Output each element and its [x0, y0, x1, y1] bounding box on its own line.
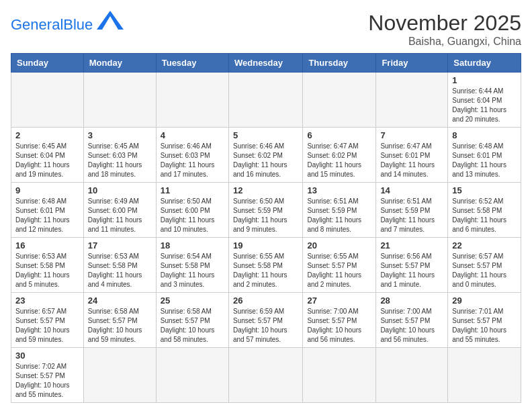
day-info: Sunrise: 6:58 AM Sunset: 5:57 PM Dayligh… — [88, 307, 152, 345]
day-number: 23 — [15, 295, 79, 306]
day-number: 18 — [161, 240, 224, 250]
location: Baisha, Guangxi, China — [368, 36, 521, 48]
calendar-cell: 3Sunrise: 6:45 AM Sunset: 6:03 PM Daylig… — [83, 128, 156, 183]
logo: GeneralBlue — [11, 11, 124, 33]
calendar-cell: 21Sunrise: 6:56 AM Sunset: 5:57 PM Dayli… — [376, 238, 448, 293]
day-info: Sunrise: 6:59 AM Sunset: 5:57 PM Dayligh… — [233, 307, 298, 345]
calendar-cell: 30Sunrise: 7:02 AM Sunset: 5:57 PM Dayli… — [11, 348, 84, 403]
day-header-monday: Monday — [83, 54, 156, 73]
day-number: 17 — [88, 240, 152, 250]
day-number: 4 — [161, 130, 224, 140]
calendar-cell — [228, 348, 302, 403]
day-number: 27 — [307, 295, 371, 306]
calendar-cell — [83, 348, 156, 403]
calendar-cell: 2Sunrise: 6:45 AM Sunset: 6:04 PM Daylig… — [11, 128, 84, 183]
day-info: Sunrise: 6:46 AM Sunset: 6:02 PM Dayligh… — [233, 142, 298, 179]
day-info: Sunrise: 6:47 AM Sunset: 6:02 PM Dayligh… — [307, 142, 371, 179]
day-header-sunday: Sunday — [11, 54, 84, 73]
day-number: 16 — [15, 240, 79, 250]
day-number: 15 — [452, 185, 517, 195]
calendar-cell: 18Sunrise: 6:54 AM Sunset: 5:58 PM Dayli… — [156, 238, 228, 293]
day-info: Sunrise: 6:56 AM Sunset: 5:57 PM Dayligh… — [380, 252, 443, 289]
day-number: 3 — [88, 130, 152, 140]
day-header-friday: Friday — [376, 54, 448, 73]
calendar-cell: 19Sunrise: 6:55 AM Sunset: 5:58 PM Dayli… — [228, 238, 302, 293]
calendar-week-5: 23Sunrise: 6:57 AM Sunset: 5:57 PM Dayli… — [11, 293, 521, 348]
calendar-cell: 26Sunrise: 6:59 AM Sunset: 5:57 PM Dayli… — [228, 293, 302, 348]
day-header-saturday: Saturday — [448, 54, 521, 73]
day-info: Sunrise: 6:57 AM Sunset: 5:57 PM Dayligh… — [15, 307, 79, 345]
day-info: Sunrise: 6:49 AM Sunset: 6:00 PM Dayligh… — [88, 197, 152, 234]
calendar-header-row: SundayMondayTuesdayWednesdayThursdayFrid… — [11, 54, 521, 73]
calendar-cell — [11, 73, 84, 128]
calendar-cell: 6Sunrise: 6:47 AM Sunset: 6:02 PM Daylig… — [303, 128, 376, 183]
day-number: 21 — [380, 240, 443, 250]
calendar-cell: 23Sunrise: 6:57 AM Sunset: 5:57 PM Dayli… — [11, 293, 84, 348]
calendar-week-6: 30Sunrise: 7:02 AM Sunset: 5:57 PM Dayli… — [11, 348, 521, 403]
day-info: Sunrise: 6:46 AM Sunset: 6:03 PM Dayligh… — [161, 142, 224, 179]
day-number: 12 — [233, 185, 298, 195]
day-info: Sunrise: 6:58 AM Sunset: 5:57 PM Dayligh… — [161, 307, 224, 345]
day-info: Sunrise: 6:50 AM Sunset: 5:59 PM Dayligh… — [233, 197, 298, 234]
day-number: 6 — [307, 130, 371, 140]
day-number: 13 — [307, 185, 371, 195]
day-number: 29 — [452, 295, 517, 306]
calendar-cell — [156, 73, 228, 128]
day-info: Sunrise: 6:54 AM Sunset: 5:58 PM Dayligh… — [161, 252, 224, 289]
calendar-week-3: 9Sunrise: 6:48 AM Sunset: 6:01 PM Daylig… — [11, 183, 521, 238]
calendar-cell — [303, 73, 376, 128]
calendar-cell: 8Sunrise: 6:48 AM Sunset: 6:01 PM Daylig… — [448, 128, 521, 183]
day-number: 11 — [161, 185, 224, 195]
calendar-cell: 22Sunrise: 6:57 AM Sunset: 5:57 PM Dayli… — [448, 238, 521, 293]
day-info: Sunrise: 6:57 AM Sunset: 5:57 PM Dayligh… — [452, 252, 517, 289]
calendar-cell: 20Sunrise: 6:55 AM Sunset: 5:57 PM Dayli… — [303, 238, 376, 293]
calendar-cell — [376, 348, 448, 403]
calendar-cell: 1Sunrise: 6:44 AM Sunset: 6:04 PM Daylig… — [448, 73, 521, 128]
calendar-cell: 4Sunrise: 6:46 AM Sunset: 6:03 PM Daylig… — [156, 128, 228, 183]
calendar-cell — [228, 73, 302, 128]
calendar-cell: 29Sunrise: 7:01 AM Sunset: 5:57 PM Dayli… — [448, 293, 521, 348]
calendar-cell: 13Sunrise: 6:51 AM Sunset: 5:59 PM Dayli… — [303, 183, 376, 238]
day-number: 20 — [307, 240, 371, 250]
calendar-week-2: 2Sunrise: 6:45 AM Sunset: 6:04 PM Daylig… — [11, 128, 521, 183]
day-info: Sunrise: 6:53 AM Sunset: 5:58 PM Dayligh… — [15, 252, 79, 289]
day-info: Sunrise: 6:51 AM Sunset: 5:59 PM Dayligh… — [380, 197, 443, 234]
calendar-cell: 24Sunrise: 6:58 AM Sunset: 5:57 PM Dayli… — [83, 293, 156, 348]
calendar-cell: 5Sunrise: 6:46 AM Sunset: 6:02 PM Daylig… — [228, 128, 302, 183]
calendar-cell: 25Sunrise: 6:58 AM Sunset: 5:57 PM Dayli… — [156, 293, 228, 348]
day-header-thursday: Thursday — [303, 54, 376, 73]
day-info: Sunrise: 6:55 AM Sunset: 5:57 PM Dayligh… — [307, 252, 371, 289]
day-info: Sunrise: 6:45 AM Sunset: 6:04 PM Dayligh… — [15, 142, 79, 179]
logo-blue: Blue — [63, 16, 93, 33]
day-number: 10 — [88, 185, 152, 195]
calendar-cell: 10Sunrise: 6:49 AM Sunset: 6:00 PM Dayli… — [83, 183, 156, 238]
day-info: Sunrise: 6:51 AM Sunset: 5:59 PM Dayligh… — [307, 197, 371, 234]
day-info: Sunrise: 6:47 AM Sunset: 6:01 PM Dayligh… — [380, 142, 443, 179]
day-number: 2 — [15, 130, 79, 140]
calendar-cell: 16Sunrise: 6:53 AM Sunset: 5:58 PM Dayli… — [11, 238, 84, 293]
day-info: Sunrise: 6:44 AM Sunset: 6:04 PM Dayligh… — [452, 87, 517, 124]
calendar-cell: 7Sunrise: 6:47 AM Sunset: 6:01 PM Daylig… — [376, 128, 448, 183]
day-info: Sunrise: 6:55 AM Sunset: 5:58 PM Dayligh… — [233, 252, 298, 289]
calendar-cell — [83, 73, 156, 128]
day-info: Sunrise: 6:53 AM Sunset: 5:58 PM Dayligh… — [88, 252, 152, 289]
day-info: Sunrise: 6:52 AM Sunset: 5:58 PM Dayligh… — [452, 197, 517, 234]
day-info: Sunrise: 6:45 AM Sunset: 6:03 PM Dayligh… — [88, 142, 152, 179]
day-info: Sunrise: 7:01 AM Sunset: 5:57 PM Dayligh… — [452, 307, 517, 345]
day-number: 28 — [380, 295, 443, 306]
calendar-cell — [448, 348, 521, 403]
day-number: 7 — [380, 130, 443, 140]
calendar-cell — [156, 348, 228, 403]
page-header: GeneralBlue November 2025 Baisha, Guangx… — [11, 11, 521, 48]
day-number: 22 — [452, 240, 517, 250]
day-info: Sunrise: 6:48 AM Sunset: 6:01 PM Dayligh… — [15, 197, 79, 234]
logo-text: GeneralBlue — [11, 16, 97, 33]
day-info: Sunrise: 6:48 AM Sunset: 6:01 PM Dayligh… — [452, 142, 517, 179]
calendar-cell: 15Sunrise: 6:52 AM Sunset: 5:58 PM Dayli… — [448, 183, 521, 238]
logo-icon — [97, 11, 124, 30]
day-number: 30 — [15, 351, 79, 361]
calendar-cell: 12Sunrise: 6:50 AM Sunset: 5:59 PM Dayli… — [228, 183, 302, 238]
calendar-week-4: 16Sunrise: 6:53 AM Sunset: 5:58 PM Dayli… — [11, 238, 521, 293]
day-info: Sunrise: 7:02 AM Sunset: 5:57 PM Dayligh… — [15, 362, 79, 400]
day-number: 9 — [15, 185, 79, 195]
